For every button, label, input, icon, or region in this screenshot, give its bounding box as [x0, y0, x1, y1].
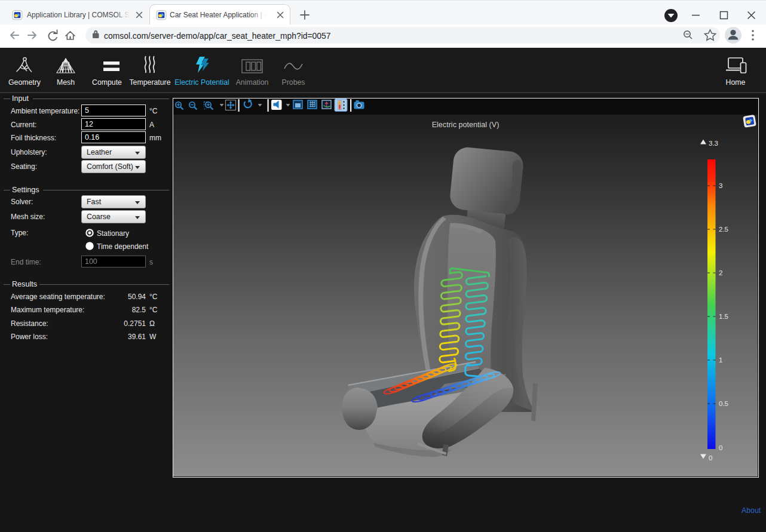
- svg-text:1: 1: [719, 356, 722, 364]
- svg-text:2: 2: [719, 269, 722, 276]
- svg-text:Electric potential (V): Electric potential (V): [432, 121, 500, 129]
- svg-text:1.5: 1.5: [719, 313, 728, 320]
- svg-text:0.5: 0.5: [719, 400, 728, 407]
- svg-text:0: 0: [719, 444, 722, 451]
- svg-text:0: 0: [709, 454, 712, 462]
- svg-text:3.3: 3.3: [709, 140, 718, 147]
- svg-text:3: 3: [719, 182, 722, 189]
- svg-text:2.5: 2.5: [719, 226, 728, 233]
